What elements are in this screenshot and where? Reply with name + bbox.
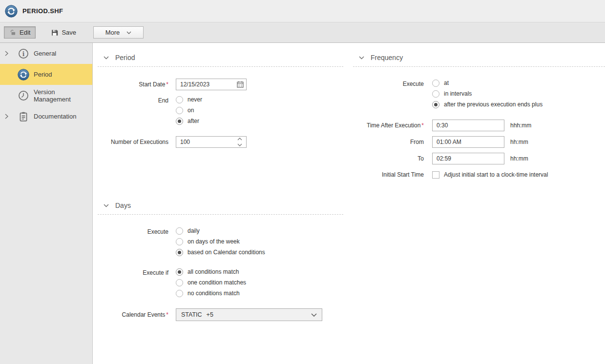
chevron-right-icon[interactable] xyxy=(5,51,18,56)
frequency-execute-label: Execute xyxy=(353,79,424,89)
section-title: Period xyxy=(115,54,135,61)
days-execute-radio-group: daily on days of the week based on Calen… xyxy=(176,226,265,257)
execute-if-option-all[interactable]: all conditions match xyxy=(176,267,246,276)
to-label: To xyxy=(353,153,424,164)
section-frequency-header: Frequency xyxy=(353,51,605,67)
number-stepper[interactable] xyxy=(237,138,243,146)
end-label: End xyxy=(98,95,168,106)
collapse-chevron-icon[interactable] xyxy=(359,56,364,60)
more-button[interactable]: More xyxy=(93,26,144,39)
info-icon: i xyxy=(18,48,29,60)
calendar-events-label: Calendar Events* xyxy=(98,309,168,320)
radio-on[interactable] xyxy=(176,107,183,114)
sidebar-item-label: Documentation xyxy=(34,113,76,120)
execute-if-option-one[interactable]: one condition matches xyxy=(176,278,246,287)
lock-open-icon xyxy=(9,29,17,36)
section-title: Days xyxy=(115,202,131,209)
sidebar-item-general[interactable]: i General xyxy=(0,43,92,64)
clock-icon xyxy=(18,90,29,101)
application-window: PERIOD.SHF Edit Save More xyxy=(0,0,605,364)
required-marker: * xyxy=(421,122,424,129)
time-after-execution-hint: hhh:mm xyxy=(510,120,531,131)
save-icon xyxy=(51,29,59,37)
sidebar-item-period[interactable]: Period xyxy=(0,64,92,85)
clipboard-icon xyxy=(18,111,29,122)
chevron-right-icon[interactable] xyxy=(5,114,18,119)
radio-at[interactable] xyxy=(432,80,439,87)
calendar-icon[interactable] xyxy=(236,81,244,88)
to-hint: hh:mm xyxy=(510,153,528,164)
calendar-events-dropdown[interactable]: STATIC +5 xyxy=(176,308,322,321)
stepper-down-icon[interactable] xyxy=(237,143,242,146)
titlebar: PERIOD.SHF xyxy=(0,0,605,22)
chevron-down-icon xyxy=(311,313,317,317)
frequency-option-at[interactable]: at xyxy=(432,79,542,87)
initial-start-time-label: Initial Start Time xyxy=(353,169,424,180)
radio-after[interactable] xyxy=(176,118,183,125)
from-hint: hh:mm xyxy=(510,136,528,148)
page-title: PERIOD.SHF xyxy=(22,7,63,15)
sidebar: i General Perio xyxy=(0,43,93,364)
number-of-executions-label: Number of Executions xyxy=(98,137,168,147)
main-content: Period Start Date* xyxy=(93,43,605,364)
end-option-after[interactable]: after xyxy=(176,117,202,125)
sidebar-item-version-management[interactable]: Version Management xyxy=(0,85,92,106)
edit-button[interactable]: Edit xyxy=(4,26,36,39)
radio-no-conditions[interactable] xyxy=(176,290,183,297)
calendar-events-extra-count: +5 xyxy=(207,311,213,318)
end-option-on[interactable]: on xyxy=(176,106,202,115)
radio-calendar-conditions[interactable] xyxy=(176,249,183,256)
execute-option-daily[interactable]: daily xyxy=(176,226,265,235)
radio-all-conditions[interactable] xyxy=(176,268,183,276)
section-days: Days Execute daily xyxy=(98,199,343,321)
period-refresh-icon xyxy=(18,69,29,81)
frequency-option-after-previous[interactable]: after the previous execution ends plus xyxy=(432,100,542,109)
end-option-never[interactable]: never xyxy=(176,95,202,104)
frequency-option-in-intervals[interactable]: in intervals xyxy=(432,89,542,98)
stepper-up-icon[interactable] xyxy=(237,138,242,141)
collapse-chevron-icon[interactable] xyxy=(104,56,109,60)
radio-never[interactable] xyxy=(176,96,183,103)
start-date-label: Start Date* xyxy=(98,79,168,90)
from-label: From xyxy=(353,137,424,147)
time-after-execution-label: Time After Execution* xyxy=(353,120,424,131)
collapse-chevron-icon[interactable] xyxy=(104,204,109,207)
execute-if-label: Execute if xyxy=(98,267,168,278)
sidebar-item-documentation[interactable]: Documentation xyxy=(0,106,92,127)
more-button-label: More xyxy=(105,29,120,36)
section-period: Period Start Date* xyxy=(98,51,343,148)
save-button-label: Save xyxy=(62,29,76,36)
section-frequency: Frequency Execute at xyxy=(353,51,605,180)
frequency-execute-radio-group: at in intervals after the previous execu… xyxy=(432,79,542,109)
save-button[interactable]: Save xyxy=(45,26,82,39)
execute-option-days-of-week[interactable]: on days of the week xyxy=(176,237,265,246)
number-of-executions-input[interactable] xyxy=(176,136,247,148)
adjust-initial-start-checkbox[interactable] xyxy=(432,171,439,179)
radio-in-intervals[interactable] xyxy=(432,90,439,98)
toolbar: Edit Save More xyxy=(0,22,605,43)
period-refresh-icon xyxy=(5,5,18,18)
svg-text:i: i xyxy=(22,50,25,57)
required-marker: * xyxy=(166,311,168,318)
to-input[interactable] xyxy=(432,153,504,164)
execute-if-radio-group: all conditions match one condition match… xyxy=(176,267,246,298)
section-period-header: Period xyxy=(98,51,343,67)
execute-option-calendar-conditions[interactable]: based on Calendar conditions xyxy=(176,248,265,257)
radio-daily[interactable] xyxy=(176,227,183,235)
adjust-initial-start-option[interactable]: Adjust initial start to a clock-time int… xyxy=(432,170,548,179)
days-execute-label: Execute xyxy=(98,226,168,237)
calendar-events-value: STATIC xyxy=(181,311,202,318)
radio-after-previous[interactable] xyxy=(432,101,439,108)
radio-days-of-week[interactable] xyxy=(176,238,183,245)
section-title: Frequency xyxy=(371,54,403,61)
required-marker: * xyxy=(166,81,168,88)
execute-if-option-none[interactable]: no conditions match xyxy=(176,289,246,298)
from-input[interactable] xyxy=(432,136,504,148)
sidebar-item-label: Version Management xyxy=(34,88,92,103)
radio-one-condition[interactable] xyxy=(176,279,183,286)
sidebar-item-label: General xyxy=(34,50,56,57)
time-after-execution-input[interactable] xyxy=(432,120,504,131)
chevron-down-icon xyxy=(126,31,131,34)
edit-button-label: Edit xyxy=(20,29,30,36)
section-days-header: Days xyxy=(98,199,343,215)
